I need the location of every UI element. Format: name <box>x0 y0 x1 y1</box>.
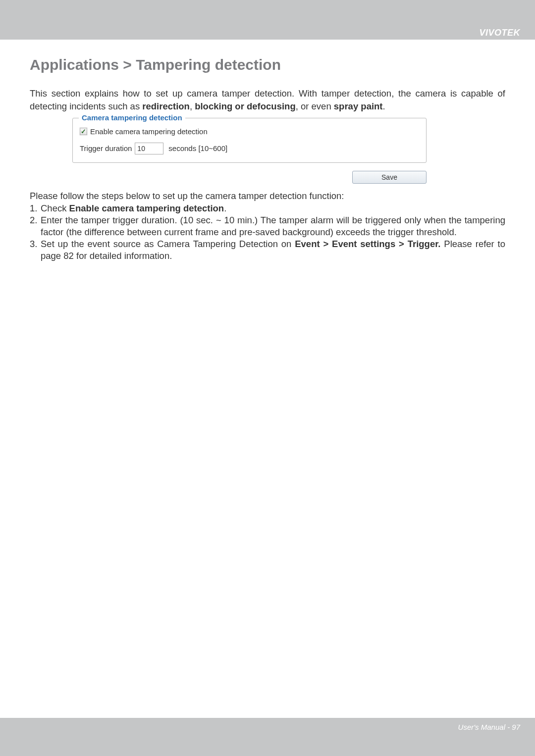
check-icon: ✓ <box>81 128 86 135</box>
intro-bold-blocking: blocking or defocusing <box>195 101 296 111</box>
tampering-fieldset: Camera tampering detection ✓ Enable came… <box>72 118 427 163</box>
page-header: VIVOTEK <box>0 0 535 41</box>
instruction-item-2: 2. Enter the tamper trigger duration. (1… <box>30 214 505 238</box>
instruction-number: 3. <box>30 238 37 250</box>
footer-text: User's Manual - 97 <box>458 723 520 731</box>
brand-label: VIVOTEK <box>479 28 520 38</box>
instruction-text-post: . <box>224 203 226 213</box>
enable-checkbox-row: ✓ Enable camera tampering detection <box>80 127 419 136</box>
instruction-bold: Event > Event settings > Trigger. <box>295 239 440 249</box>
trigger-duration-input[interactable] <box>135 143 163 154</box>
enable-checkbox[interactable]: ✓ <box>80 128 87 135</box>
instruction-item-3: 3. Set up the event source as Camera Tam… <box>30 238 505 262</box>
page-content: Applications > Tampering detection This … <box>0 41 535 718</box>
settings-figure: Camera tampering detection ✓ Enable came… <box>72 118 427 184</box>
instruction-text-pre: Set up the event source as Camera Tamper… <box>41 239 295 249</box>
page-title: Applications > Tampering detection <box>30 56 505 73</box>
intro-sep2: , or even <box>296 101 334 111</box>
instruction-number: 2. <box>30 214 37 226</box>
instruction-number: 1. <box>30 202 37 214</box>
instruction-bold: Enable camera tampering detection <box>69 203 224 213</box>
intro-sep1: , <box>190 101 195 111</box>
intro-bold-redirection: redirection <box>142 101 190 111</box>
instructions-lead: Please follow the steps below to set up … <box>30 191 505 202</box>
intro-paragraph: This section explains how to set up came… <box>30 87 505 113</box>
trigger-duration-row: Trigger duration seconds [10~600] <box>80 143 419 154</box>
instruction-item-1: 1. Check Enable camera tampering detecti… <box>30 202 505 214</box>
save-button[interactable]: Save <box>352 171 427 184</box>
trigger-duration-suffix: seconds [10~600] <box>168 144 227 152</box>
intro-post: . <box>383 101 385 111</box>
instruction-text-pre: Check <box>41 203 69 213</box>
fieldset-legend: Camera tampering detection <box>79 113 185 122</box>
save-row: Save <box>72 171 427 184</box>
page-footer: User's Manual - 97 <box>0 718 535 756</box>
intro-bold-spraypaint: spray paint <box>334 101 383 111</box>
trigger-duration-label: Trigger duration <box>80 144 132 152</box>
instructions-list: 1. Check Enable camera tampering detecti… <box>30 202 505 262</box>
enable-checkbox-label: Enable camera tampering detection <box>90 127 208 136</box>
instruction-text: Enter the tamper trigger duration. (10 s… <box>41 215 505 237</box>
